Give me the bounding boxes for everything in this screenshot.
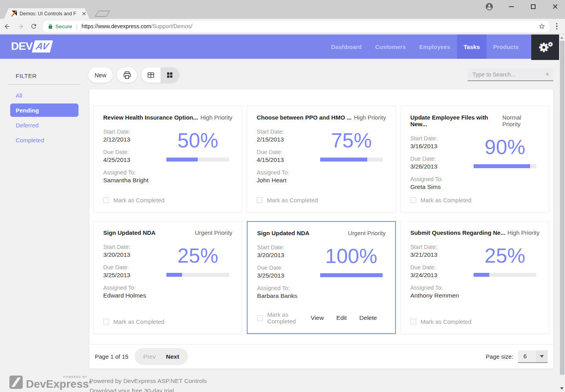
mark-completed-checkbox[interactable] (257, 197, 262, 203)
nav-item-employees[interactable]: Employees (412, 34, 457, 59)
mark-completed-checkbox[interactable] (257, 315, 263, 321)
assigned-to-label: Assigned To: (103, 169, 162, 176)
filter-item-deferred[interactable]: Deferred (10, 118, 78, 132)
print-button[interactable] (117, 67, 137, 83)
new-tab-button[interactable] (95, 11, 110, 17)
start-date-value: 3/20/2013 (257, 252, 316, 259)
filter-item-all[interactable]: All (10, 89, 78, 102)
filter-item-completed[interactable]: Completed (10, 133, 78, 147)
prev-page-button[interactable]: Prev (143, 353, 156, 360)
mark-completed-checkbox[interactable] (410, 197, 416, 203)
filter-divider (8, 84, 81, 85)
start-date-label: Start Date: (257, 129, 316, 135)
bookmark-star-icon[interactable] (538, 23, 545, 30)
mark-completed-label: Mark as Completed (267, 311, 310, 325)
filter-item-pending[interactable]: Pending (10, 103, 78, 117)
devexpress-brand-text: DevExpress® (26, 378, 92, 390)
settings-gears-button[interactable] (531, 34, 559, 60)
scrollbar-down-arrow[interactable] (560, 387, 563, 390)
start-date-value: 2/12/2013 (103, 136, 162, 143)
mark-completed-label: Mark as Completed (421, 318, 472, 325)
devav-logo: DEV AV (11, 40, 51, 53)
url-host: https://www.devexpress.com (82, 23, 151, 29)
task-title: Submit Questions Regarding Ne... (410, 229, 506, 236)
delete-link[interactable]: Delete (359, 314, 377, 321)
back-icon[interactable] (1, 20, 13, 32)
url-bar[interactable]: Secure | https://www.devexpress.com/Supp… (43, 21, 549, 32)
assigned-to-value: Greta Sims (410, 183, 470, 191)
nav-item-dashboard[interactable]: Dashboard (324, 34, 368, 59)
maximize-button[interactable] (527, 2, 539, 12)
nav-item-products[interactable]: Products (487, 34, 525, 59)
logo-av-badge: AV (32, 40, 53, 53)
mark-completed-label: Mark as Completed (113, 318, 164, 325)
app-navbar: DEV AV Dashboard Customers Employees Tas… (0, 34, 559, 59)
table-view-button[interactable] (142, 67, 160, 83)
search-input[interactable] (472, 71, 546, 78)
powered-by-small-label: POWERED BY (63, 375, 87, 379)
card-view-button[interactable] (160, 67, 179, 83)
progress-percent: 25% (474, 245, 536, 267)
progress-bar (474, 164, 536, 168)
tab-close-icon[interactable]: ✕ (82, 11, 86, 17)
pagination-bar: Page 1 of 15 Prev Next Page size: 6 (89, 345, 553, 368)
next-page-button[interactable]: Next (166, 353, 179, 360)
task-card[interactable]: Sign Updated NDAUrgent Priority Start Da… (93, 221, 242, 334)
new-task-button[interactable]: New (88, 67, 113, 83)
task-title: Sign Updated NDA (257, 230, 309, 236)
refresh-icon[interactable] (27, 20, 40, 32)
view-link[interactable]: View (311, 314, 324, 321)
close-button[interactable]: ✕ (549, 2, 561, 12)
pager-buttons: Prev Next (135, 348, 188, 365)
start-date-label: Start Date: (103, 129, 162, 135)
forward-icon[interactable] (14, 20, 27, 32)
view-toggle (142, 67, 179, 83)
progress-fill (320, 158, 367, 162)
progress-bar (166, 273, 229, 277)
edit-link[interactable]: Edit (336, 314, 347, 321)
profile-icon[interactable] (483, 2, 495, 12)
devexpress-favicon (11, 11, 17, 16)
nav-item-tasks[interactable]: Tasks (457, 34, 487, 59)
mark-completed-checkbox[interactable] (103, 197, 109, 203)
mark-completed-label: Mark as Completed (113, 197, 164, 203)
task-card[interactable]: Submit Questions Regarding Ne...High Pri… (401, 221, 549, 334)
browser-tab[interactable]: Demos: UI Controls and F ✕ (4, 8, 89, 19)
progress-bar (166, 158, 229, 162)
search-icon[interactable] (546, 71, 549, 78)
scrollbar-up-arrow[interactable] (560, 36, 563, 39)
browser-titlebar: Demos: UI Controls and F ✕ ✕ (0, 0, 565, 19)
dropdown-arrow-icon[interactable] (536, 350, 548, 362)
task-card[interactable]: Choose between PPO and HMO ...High Prior… (247, 106, 396, 212)
url-path: /Support/Demos/ (151, 23, 192, 29)
task-card[interactable]: Update Employee Files with New...Normal … (401, 106, 549, 212)
scrollbar-thumb[interactable] (560, 41, 565, 375)
tab-title: Demos: UI Controls and F (20, 11, 80, 16)
page-size-select[interactable]: 6 (518, 350, 548, 363)
due-date-label: Due Date: (103, 264, 162, 270)
task-card-selected[interactable]: Sign Updated NDAUrgent Priority Start Da… (247, 221, 396, 334)
browser-menu-icon[interactable] (552, 21, 562, 31)
nav-item-customers[interactable]: Customers (368, 34, 412, 59)
start-date-value: 3/20/2013 (103, 251, 162, 258)
page-footer: POWERED BY DevExpress® Powered by DevExp… (0, 368, 565, 392)
mark-completed-checkbox[interactable] (103, 319, 109, 325)
progress-bar (320, 158, 383, 162)
due-date-value: 4/25/2013 (103, 156, 162, 163)
footer-trial-link[interactable]: Download your free 30-day trial (89, 387, 207, 392)
secure-label: Secure (55, 24, 72, 29)
printer-icon (123, 71, 131, 80)
task-card[interactable]: Review Health Insurance Option...High Pr… (93, 106, 242, 212)
assigned-to-value: Edward Holmes (103, 292, 162, 299)
tasks-panel: Review Health Insurance Option...High Pr… (89, 89, 553, 368)
filter-title: FILTER (16, 73, 89, 79)
start-date-label: Start Date: (410, 135, 470, 142)
minimize-button[interactable] (505, 2, 517, 12)
progress-bar (474, 273, 536, 277)
progress-percent: 25% (166, 245, 229, 267)
devexpress-logo: POWERED BY DevExpress® (9, 376, 92, 390)
gears-icon (538, 41, 553, 54)
mark-completed-checkbox[interactable] (410, 319, 416, 325)
progress-percent: 90% (474, 136, 536, 158)
page-scrollbar[interactable] (559, 34, 565, 392)
